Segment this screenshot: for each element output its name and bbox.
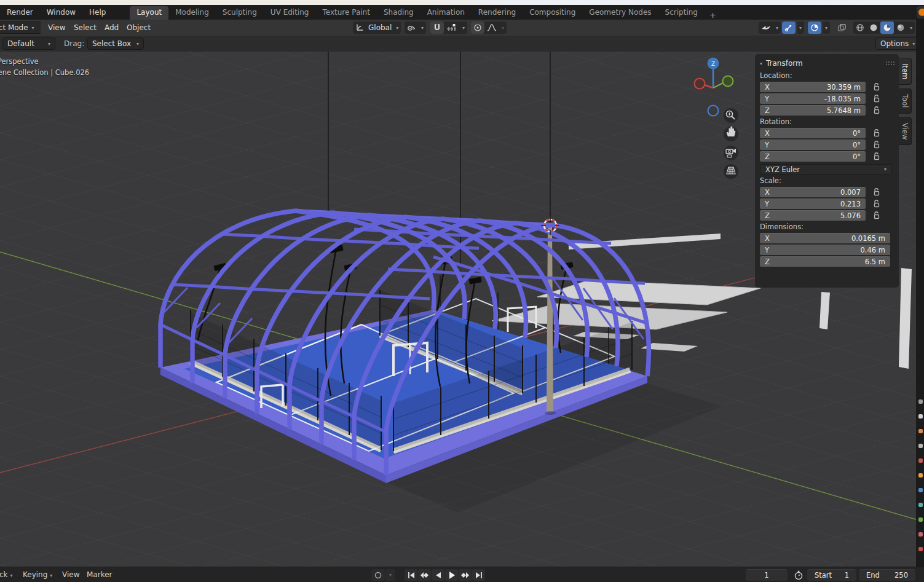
- workspace-tab-rendering[interactable]: Rendering: [472, 6, 523, 20]
- tab-tool[interactable]: Tool: [899, 88, 912, 113]
- menu-render[interactable]: Render: [0, 5, 40, 20]
- lock-icon[interactable]: [872, 129, 882, 137]
- orientation-gizmo[interactable]: Z: [695, 58, 733, 116]
- lock-icon[interactable]: [872, 200, 882, 208]
- lock-icon[interactable]: [872, 83, 882, 91]
- navigation-gizmo[interactable]: Z: [692, 55, 742, 186]
- previous-keyframe-button[interactable]: [418, 569, 431, 581]
- lock-icon[interactable]: [872, 152, 882, 160]
- prop-tab-icon[interactable]: [918, 517, 923, 522]
- shading-solid-button[interactable]: [867, 22, 880, 34]
- dimensions-x-field[interactable]: X0.0165 m: [760, 233, 890, 243]
- drag-tool-dropdown[interactable]: Select Box ▾: [87, 37, 144, 50]
- options-dropdown[interactable]: Options ▾: [875, 37, 919, 50]
- workspace-tab-uv-editing[interactable]: UV Editing: [264, 6, 316, 20]
- object-mode-dropdown[interactable]: Object Mode ▾: [0, 22, 41, 34]
- prop-tab-icon[interactable]: [918, 444, 923, 448]
- workspace-tab-animation[interactable]: Animation: [421, 6, 472, 20]
- shading-wireframe-button[interactable]: [853, 22, 867, 34]
- prop-tab-icon[interactable]: [918, 503, 923, 507]
- prop-tab-icon[interactable]: [918, 488, 923, 492]
- shading-rendered-button[interactable]: [894, 22, 907, 34]
- menu-object[interactable]: Object: [120, 20, 157, 36]
- rotation-mode-dropdown[interactable]: XYZ Euler ▾: [760, 164, 892, 175]
- playback-menu[interactable]: Playback ▾: [0, 567, 15, 582]
- gizmo-x-axis[interactable]: [695, 79, 705, 89]
- transform-orientation-dropdown[interactable]: Global ▾: [353, 22, 401, 34]
- proportional-edit-toggle[interactable]: [471, 22, 484, 34]
- workspace-tab-layout[interactable]: Layout: [130, 6, 168, 20]
- transform-panel-header[interactable]: ▾ Transform: [760, 57, 895, 69]
- chevron-down-icon[interactable]: ▾: [460, 22, 467, 34]
- workspace-tab-geometry-nodes[interactable]: Geometry Nodes: [582, 6, 658, 20]
- tool-preset-dropdown[interactable]: Default ▾: [2, 37, 55, 50]
- xray-toggle[interactable]: [835, 22, 849, 34]
- jump-to-end-button[interactable]: [472, 569, 485, 581]
- scale-x-field[interactable]: X0.007: [760, 187, 866, 197]
- prop-tab-icon[interactable]: [918, 458, 923, 463]
- dimensions-y-field[interactable]: Y0.46 m: [760, 245, 890, 255]
- pivot-point-dropdown[interactable]: ▾: [405, 22, 426, 34]
- dimensions-z-field[interactable]: Z6.5 m: [760, 256, 890, 267]
- rotation-y-field[interactable]: Y0°: [760, 140, 866, 150]
- prop-tab-icon[interactable]: [918, 399, 923, 404]
- auto-keyframe-toggle[interactable]: [371, 569, 385, 581]
- show-overlays-toggle[interactable]: [808, 22, 821, 34]
- proportional-falloff-icon[interactable]: [484, 22, 499, 34]
- gizmo-dropdown[interactable]: ▾: [797, 22, 804, 34]
- gizmo-z-neg-axis[interactable]: [708, 106, 719, 116]
- marker-menu[interactable]: Marker: [81, 567, 117, 582]
- stopwatch-icon[interactable]: [794, 570, 804, 580]
- object-visibility-dropdown[interactable]: ▾: [759, 22, 781, 34]
- snap-target-icon[interactable]: [444, 22, 460, 34]
- keying-menu[interactable]: Keying ▾: [17, 567, 58, 582]
- workspace-tab-shading[interactable]: Shading: [377, 6, 421, 20]
- lock-icon[interactable]: [872, 106, 882, 114]
- prop-tab-icon[interactable]: [918, 473, 923, 478]
- tab-item[interactable]: Item: [899, 58, 912, 85]
- menu-select[interactable]: Select: [68, 20, 103, 36]
- workspace-tab-sculpting[interactable]: Sculpting: [216, 6, 264, 20]
- auto-keyframe-dropdown[interactable]: ▾: [385, 569, 395, 581]
- show-gizmo-toggle[interactable]: [782, 22, 796, 34]
- editor-type-button[interactable]: [917, 6, 924, 18]
- lock-icon[interactable]: [872, 95, 882, 103]
- location-z-field[interactable]: Z5.7648 m: [760, 105, 866, 116]
- location-x-field[interactable]: X30.359 m: [760, 82, 866, 92]
- workspace-tab-texture-paint[interactable]: Texture Paint: [315, 6, 376, 20]
- workspace-tab-modeling[interactable]: Modeling: [168, 6, 216, 20]
- next-keyframe-button[interactable]: [459, 569, 472, 581]
- workspace-tab-scripting[interactable]: Scripting: [658, 6, 705, 20]
- prop-tab-icon[interactable]: [918, 547, 923, 551]
- lock-icon[interactable]: [872, 141, 882, 149]
- menu-window[interactable]: Window: [40, 5, 82, 20]
- 3d-viewport[interactable]: Perspective Scene Collection | Cube.026 …: [0, 52, 924, 567]
- current-frame-field[interactable]: 1: [746, 569, 788, 581]
- panel-grip-icon[interactable]: [885, 61, 895, 66]
- snap-toggle[interactable]: [430, 22, 444, 34]
- lock-icon[interactable]: [872, 188, 882, 196]
- workspace-tab-compositing[interactable]: Compositing: [523, 6, 582, 20]
- jump-to-start-button[interactable]: [405, 569, 417, 581]
- add-workspace-button[interactable]: +: [705, 10, 721, 20]
- tab-view[interactable]: View: [899, 117, 912, 145]
- play-button[interactable]: [445, 569, 458, 581]
- shading-material-button[interactable]: [880, 22, 894, 34]
- prop-tab-icon[interactable]: [918, 414, 923, 419]
- lock-icon[interactable]: [872, 211, 882, 219]
- menu-help[interactable]: Help: [82, 5, 113, 20]
- shading-dropdown[interactable]: ▾: [907, 22, 915, 34]
- prop-tab-icon[interactable]: [918, 532, 923, 537]
- location-y-field[interactable]: Y-18.035 m: [760, 93, 866, 104]
- scale-y-field[interactable]: Y0.213: [760, 199, 866, 209]
- frame-end-field[interactable]: End250: [859, 569, 915, 581]
- gizmo-y-axis[interactable]: [723, 76, 733, 87]
- scale-z-field[interactable]: Z5.076: [760, 210, 866, 221]
- frame-start-field[interactable]: Start1: [807, 569, 856, 581]
- rotation-x-field[interactable]: X0°: [760, 128, 866, 138]
- prop-tab-icon[interactable]: [918, 429, 923, 433]
- rotation-z-field[interactable]: Z0°: [760, 151, 866, 162]
- zoom-button[interactable]: [724, 108, 738, 123]
- overlays-dropdown[interactable]: ▾: [823, 22, 830, 34]
- play-reverse-button[interactable]: [432, 569, 444, 581]
